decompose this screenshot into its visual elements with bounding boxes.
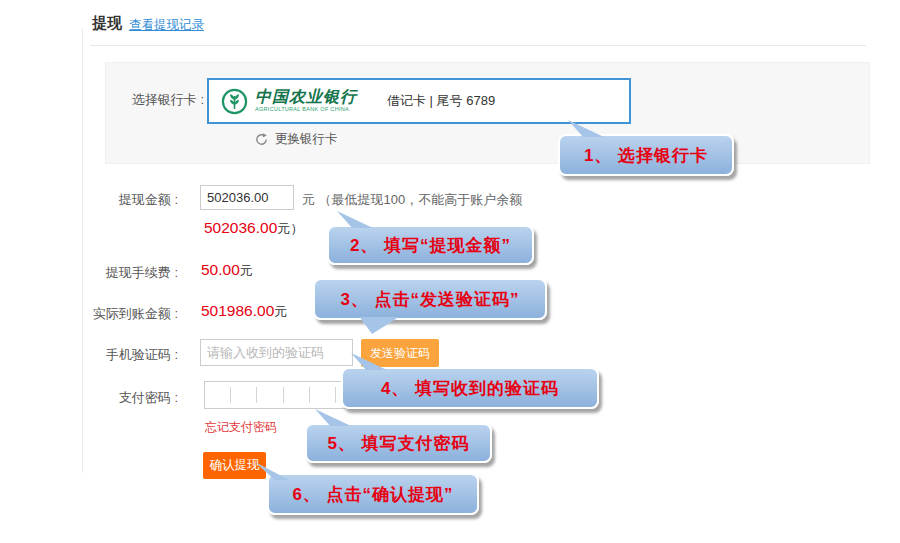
select-card-label: 选择银行卡 : — [118, 91, 204, 109]
callout-text: 1、 选择银行卡 — [584, 144, 708, 167]
callout-step-6: 6、 点击“确认提现” — [267, 473, 479, 515]
send-code-button[interactable]: 发送验证码 — [361, 339, 439, 367]
sms-code-label: 手机验证码 : — [60, 346, 178, 364]
amount-hint: 元 （最低提现100，不能高于账户余额 — [302, 191, 522, 209]
balance-line: 502036.00元） — [204, 219, 303, 238]
balance-value: 502036.00 — [204, 219, 277, 236]
abc-bank-logo-icon — [221, 88, 248, 115]
callout-text: 2、 填写“提现金额” — [350, 234, 511, 257]
password-digit-cell — [310, 387, 336, 403]
bank-name-english: AGRICULTURAL BANK OF CHINA — [255, 107, 357, 113]
confirm-withdraw-button[interactable]: 确认提现 — [203, 452, 266, 479]
actual-amount-value: 501986.00 — [201, 302, 274, 319]
change-card-button[interactable]: 更换银行卡 — [255, 131, 338, 148]
callout-step-4: 4、 填写收到的验证码 — [341, 367, 599, 409]
actual-amount-line: 501986.00元 — [201, 302, 287, 321]
card-info: 借记卡 | 尾号 6789 — [387, 92, 495, 110]
callout-tail — [337, 211, 373, 228]
callout-step-2: 2、 填写“提现金额” — [327, 225, 534, 265]
callout-tail — [357, 317, 399, 334]
fee-unit: 元 — [240, 263, 253, 278]
fee-value: 50.00 — [201, 261, 240, 278]
refresh-icon — [255, 133, 268, 146]
password-digit-cell — [284, 387, 310, 403]
bank-name: 中国农业银行 — [255, 89, 357, 105]
callout-text: 5、 填写支付密码 — [327, 432, 469, 455]
view-withdraw-records-link[interactable]: 查看提现记录 — [129, 17, 204, 34]
actual-amount-label: 实际到账金额 : — [60, 305, 178, 323]
forgot-password-link[interactable]: 忘记支付密码 — [205, 419, 277, 436]
callout-step-5: 5、 填写支付密码 — [305, 423, 492, 463]
callout-step-1: 1、 选择银行卡 — [558, 134, 734, 176]
callout-text: 3、 点击“发送验证码” — [340, 288, 519, 311]
amount-label: 提现金额 : — [60, 191, 178, 209]
callout-step-3: 3、 点击“发送验证码” — [313, 278, 547, 320]
pay-password-input[interactable] — [204, 381, 362, 409]
header-divider — [90, 45, 866, 46]
password-digit-cell — [257, 387, 283, 403]
page-title: 提现 — [92, 14, 122, 33]
fee-value-line: 50.00元 — [201, 261, 253, 280]
change-card-label: 更换银行卡 — [275, 131, 338, 148]
password-digit-cell — [205, 387, 231, 403]
sms-code-input[interactable] — [200, 339, 353, 366]
callout-text: 4、 填写收到的验证码 — [381, 377, 559, 400]
amount-input[interactable] — [200, 185, 294, 210]
fee-label: 提现手续费 : — [60, 264, 178, 282]
pay-password-label: 支付密码 : — [60, 389, 178, 407]
callout-tail — [315, 409, 351, 426]
password-digit-cell — [231, 387, 257, 403]
withdraw-page: 提现 查看提现记录 选择银行卡 : 中国农业银行 AGRICULTURAL BA… — [0, 0, 900, 543]
actual-amount-unit: 元 — [274, 304, 287, 319]
balance-unit: 元） — [277, 221, 303, 236]
bank-card-option[interactable]: 中国农业银行 AGRICULTURAL BANK OF CHINA 借记卡 | … — [207, 78, 631, 124]
callout-text: 6、 点击“确认提现” — [292, 483, 453, 506]
